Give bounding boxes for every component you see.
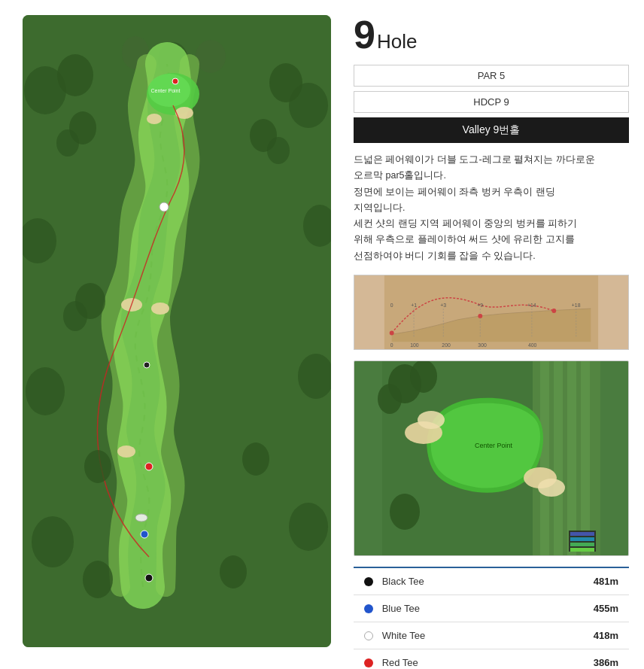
svg-text:100: 100 bbox=[410, 342, 419, 348]
svg-point-18 bbox=[147, 114, 162, 124]
hole-description: 드넓은 페어웨이가 더블 도그-레그로 펼쳐지는 까다로운 오르막 par5홀입… bbox=[354, 152, 629, 264]
black-tee-distance: 481m bbox=[530, 567, 629, 595]
white-tee-dot bbox=[364, 631, 373, 640]
svg-text:+18: +18 bbox=[572, 303, 581, 308]
svg-point-20 bbox=[151, 303, 169, 315]
table-row: Red Tee 386m bbox=[354, 649, 629, 669]
right-panel: 9 Hole PAR 5 HDCP 9 Valley 9번홀 드넓은 페어웨이가… bbox=[354, 15, 629, 669]
hole-number: 9 bbox=[354, 15, 375, 54]
svg-point-2 bbox=[57, 54, 93, 96]
svg-rect-62 bbox=[540, 361, 549, 556]
blue-tee-dot bbox=[364, 604, 373, 613]
svg-text:+3: +3 bbox=[440, 303, 446, 308]
svg-rect-79 bbox=[570, 548, 594, 552]
svg-point-23 bbox=[141, 531, 148, 538]
svg-point-4 bbox=[269, 63, 302, 102]
svg-point-37 bbox=[83, 561, 113, 598]
svg-point-35 bbox=[84, 450, 111, 483]
svg-point-27 bbox=[159, 202, 169, 211]
svg-point-38 bbox=[220, 555, 247, 588]
table-row: Blue Tee 455m bbox=[354, 594, 629, 622]
blue-tee-label: Blue Tee bbox=[382, 603, 420, 614]
green-aerial-photo: Center Point bbox=[354, 360, 629, 556]
tee-white-cell: White Tee bbox=[354, 622, 530, 649]
hdcp-box: HDCP 9 bbox=[354, 91, 629, 113]
table-row: White Tee 418m bbox=[354, 622, 629, 649]
svg-text:Center Point: Center Point bbox=[151, 88, 181, 93]
red-tee-dot bbox=[364, 658, 373, 667]
svg-point-26 bbox=[144, 362, 150, 368]
svg-point-72 bbox=[410, 361, 437, 393]
svg-text:400: 400 bbox=[528, 342, 537, 348]
svg-text:0: 0 bbox=[390, 342, 393, 348]
table-row: Black Tee 481m bbox=[354, 567, 629, 595]
svg-point-57 bbox=[478, 314, 482, 318]
svg-text:200: 200 bbox=[442, 342, 451, 348]
svg-point-21 bbox=[117, 445, 135, 458]
svg-point-30 bbox=[56, 129, 79, 157]
course-map: Center Point bbox=[23, 15, 331, 647]
svg-text:0: 0 bbox=[390, 303, 393, 308]
svg-point-34 bbox=[63, 301, 87, 331]
tee-distance-table: Black Tee 481m Blue Tee 455m White Tee 4… bbox=[354, 567, 629, 669]
tee-black-cell: Black Tee bbox=[354, 567, 530, 595]
red-tee-distance: 386m bbox=[530, 649, 629, 669]
blue-tee-distance: 455m bbox=[530, 594, 629, 622]
valley-box: Valley 9번홀 bbox=[354, 117, 629, 143]
svg-point-9 bbox=[32, 516, 74, 567]
svg-point-74 bbox=[390, 494, 420, 530]
svg-point-32 bbox=[267, 137, 290, 164]
svg-point-28 bbox=[172, 78, 178, 84]
white-tee-label: White Tee bbox=[382, 630, 426, 641]
svg-text:Center Point: Center Point bbox=[475, 442, 513, 449]
svg-point-10 bbox=[289, 503, 328, 551]
svg-point-24 bbox=[135, 514, 147, 522]
svg-point-7 bbox=[26, 367, 65, 415]
svg-point-58 bbox=[551, 309, 556, 313]
par-box: PAR 5 bbox=[354, 65, 629, 87]
red-tee-label: Red Tee bbox=[382, 657, 418, 668]
svg-point-73 bbox=[378, 384, 402, 414]
svg-point-68 bbox=[418, 411, 445, 429]
svg-point-25 bbox=[145, 463, 153, 470]
svg-text:+1: +1 bbox=[411, 303, 417, 308]
left-panel: Center Point bbox=[15, 15, 339, 669]
svg-point-13 bbox=[196, 40, 226, 73]
page-container: Center Point bbox=[0, 0, 644, 669]
tee-red-cell: Red Tee bbox=[354, 649, 530, 669]
svg-point-36 bbox=[242, 442, 269, 476]
black-tee-dot bbox=[364, 577, 373, 586]
svg-rect-63 bbox=[554, 361, 563, 556]
svg-point-22 bbox=[145, 574, 153, 582]
svg-rect-77 bbox=[570, 537, 594, 541]
svg-rect-78 bbox=[570, 543, 594, 546]
hole-title: 9 Hole bbox=[354, 15, 629, 54]
svg-rect-65 bbox=[581, 361, 590, 556]
elevation-chart: 0 +1 +3 +9 +14 +18 0 100 200 300 400 bbox=[354, 275, 629, 350]
svg-text:+14: +14 bbox=[527, 303, 536, 308]
tee-blue-cell: Blue Tee bbox=[354, 594, 530, 622]
svg-point-56 bbox=[390, 330, 394, 335]
white-tee-distance: 418m bbox=[530, 622, 629, 649]
svg-text:+9: +9 bbox=[477, 303, 483, 308]
svg-text:300: 300 bbox=[478, 342, 487, 348]
svg-rect-64 bbox=[567, 361, 576, 556]
svg-rect-76 bbox=[570, 532, 594, 536]
black-tee-label: Black Tee bbox=[382, 576, 424, 587]
svg-point-70 bbox=[538, 479, 565, 497]
hole-word: Hole bbox=[377, 30, 417, 53]
